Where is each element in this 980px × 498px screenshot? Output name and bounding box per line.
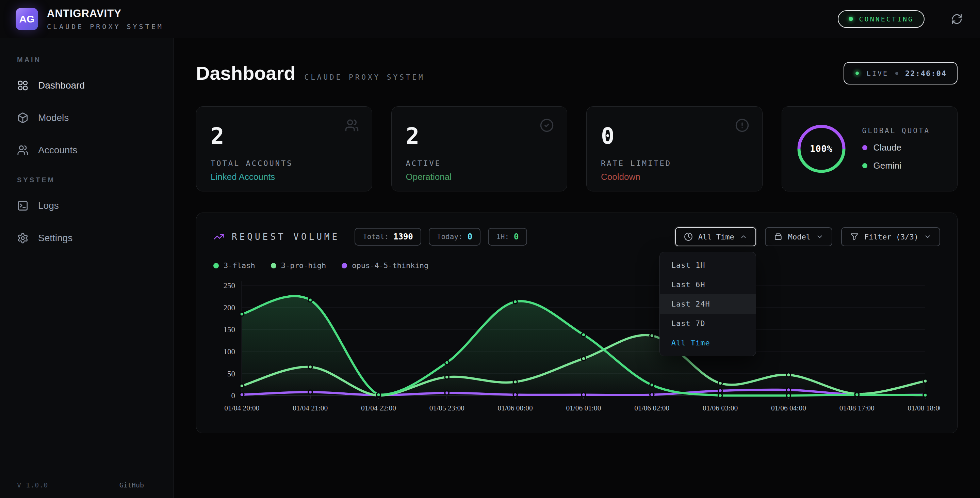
sidebar: MAIN Dashboard Models AccountsSYSTEM Log… — [0, 38, 173, 498]
time-range-dropdown: Last 1HLast 6HLast 24HLast 7DAll Time — [659, 252, 756, 356]
chart-legend: 3-flash 3-pro-high opus-4-5-thinking — [213, 261, 940, 270]
legend-dot — [862, 145, 867, 150]
dropdown-item-last-6h[interactable]: Last 6H — [660, 275, 756, 294]
svg-text:01/06 03:00: 01/06 03:00 — [703, 404, 738, 412]
svg-text:01/04 22:00: 01/04 22:00 — [361, 404, 396, 412]
stat-sublabel: Operational — [406, 172, 553, 182]
connection-status-label: CONNECTING — [859, 15, 914, 23]
quota-legend-item: Gemini — [862, 160, 930, 171]
sidebar-item-accounts[interactable]: Accounts — [10, 138, 163, 163]
top-bar: AG ANTIGRAVITY CLAUDE PROXY SYSTEM CONNE… — [0, 0, 980, 38]
live-status-dot — [854, 70, 860, 76]
stat-value: 2 — [406, 125, 553, 147]
refresh-icon — [951, 13, 963, 25]
sidebar-item-dashboard[interactable]: Dashboard — [10, 73, 163, 98]
sidebar-section-label: MAIN — [10, 56, 163, 64]
chart-badge-1h: 1H: 0 — [488, 228, 527, 246]
sidebar-item-models[interactable]: Models — [10, 105, 163, 130]
svg-text:01/08 18:00: 01/08 18:00 — [908, 404, 940, 412]
stat-value: 2 — [211, 125, 358, 147]
sidebar-item-settings[interactable]: Settings — [10, 226, 163, 251]
stat-card-total-accounts: 2 TOTAL ACCOUNTS Linked Accounts — [196, 106, 372, 192]
stat-sublabel: Cooldown — [601, 172, 748, 182]
terminal-icon — [17, 200, 29, 212]
users-icon — [17, 144, 29, 156]
legend-label: Claude — [873, 142, 901, 153]
time-range-label: All Time — [698, 233, 734, 241]
badge-value: 1390 — [393, 232, 413, 241]
chevron-down-icon — [924, 233, 931, 241]
stat-card-global-quota: 100% GLOBAL QUOTA Claude Gemini — [782, 106, 958, 192]
stat-card-rate-limited: 0 RATE LIMITED Cooldown — [586, 106, 762, 192]
sidebar-item-label: Accounts — [38, 145, 77, 156]
svg-text:0: 0 — [231, 391, 235, 400]
svg-text:01/06 01:00: 01/06 01:00 — [566, 404, 601, 412]
chart-badge-today: Today: 0 — [429, 228, 480, 246]
app-subtitle: CLAUDE PROXY SYSTEM — [47, 22, 164, 31]
svg-text:01/06 00:00: 01/06 00:00 — [498, 404, 533, 412]
svg-text:01/04 21:00: 01/04 21:00 — [293, 404, 328, 412]
badge-label: Today: — [437, 233, 463, 241]
legend-dot — [862, 163, 867, 168]
box-icon — [774, 232, 783, 241]
filter-label: Filter (3/3) — [864, 233, 918, 241]
sidebar-item-label: Settings — [38, 233, 73, 244]
refresh-button[interactable] — [950, 11, 964, 27]
svg-text:01/04 20:00: 01/04 20:00 — [224, 404, 259, 412]
alert-circle-icon — [735, 118, 749, 132]
stat-label: RATE LIMITED — [601, 159, 748, 168]
sidebar-item-label: Logs — [38, 200, 59, 211]
legend-label: 3-flash — [224, 261, 255, 270]
trending-up-icon — [213, 231, 224, 242]
dropdown-item-last-24h[interactable]: Last 24H — [660, 294, 756, 314]
chart-header: REQUEST VOLUME Total: 1390Today: 01H: 0 … — [213, 227, 940, 246]
users-icon — [345, 118, 359, 132]
stat-value: 0 — [601, 125, 748, 147]
legend-dot — [271, 263, 276, 268]
legend-item-3-pro-high: 3-pro-high — [271, 261, 326, 270]
dropdown-item-last-1h[interactable]: Last 1H — [660, 255, 756, 275]
connection-status-badge: CONNECTING — [838, 10, 924, 28]
sidebar-item-logs[interactable]: Logs — [10, 193, 163, 218]
sidebar-section-system: SYSTEM Logs Settings — [10, 176, 163, 251]
svg-text:250: 250 — [223, 281, 235, 290]
svg-text:200: 200 — [223, 303, 235, 312]
cube-icon — [17, 112, 29, 124]
sidebar-item-label: Dashboard — [38, 80, 85, 91]
github-link[interactable]: GitHub — [119, 481, 144, 489]
funnel-icon — [850, 232, 859, 241]
time-range-button[interactable]: All Time — [675, 227, 756, 246]
legend-label: Gemini — [873, 160, 901, 171]
quota-title: GLOBAL QUOTA — [862, 127, 930, 135]
page-title: Dashboard — [196, 62, 296, 84]
legend-dot — [342, 263, 347, 268]
legend-item-opus-4-5-thinking: opus-4-5-thinking — [342, 261, 428, 270]
live-clock: 22:46:04 — [905, 69, 947, 78]
chevron-up-icon — [740, 233, 747, 241]
live-separator-dot — [895, 72, 898, 75]
quota-legend-item: Claude — [862, 142, 930, 153]
svg-text:01/06 02:00: 01/06 02:00 — [634, 404, 669, 412]
model-filter-button[interactable]: Model — [765, 227, 832, 246]
chevron-down-icon — [816, 233, 824, 241]
filter-button[interactable]: Filter (3/3) — [841, 227, 940, 246]
legend-item-3-flash: 3-flash — [213, 261, 255, 270]
topbar-divider — [937, 11, 937, 27]
legend-label: 3-pro-high — [281, 261, 326, 270]
sidebar-item-label: Models — [38, 112, 69, 123]
request-volume-chart: 05010015020025001/04 20:0001/04 21:0001/… — [213, 276, 940, 423]
chart-title: REQUEST VOLUME — [232, 231, 340, 242]
chart-stat-badges: Total: 1390Today: 01H: 0 — [355, 228, 527, 246]
svg-text:100: 100 — [223, 348, 235, 356]
sidebar-section-label: SYSTEM — [10, 176, 163, 184]
badge-value: 0 — [468, 232, 472, 241]
dropdown-item-last-7d[interactable]: Last 7D — [660, 314, 756, 333]
dropdown-item-all-time[interactable]: All Time — [660, 333, 756, 353]
quota-percent: 100% — [795, 123, 847, 175]
stat-cards: 2 TOTAL ACCOUNTS Linked Accounts 2 ACTIV… — [196, 106, 958, 192]
page-subtitle: CLAUDE PROXY SYSTEM — [305, 73, 425, 81]
stat-card-active: 2 ACTIVE Operational — [391, 106, 568, 192]
clock-icon — [684, 232, 693, 241]
check-circle-icon — [540, 118, 554, 132]
line-chart-svg: 05010015020025001/04 20:0001/04 21:0001/… — [213, 276, 940, 423]
